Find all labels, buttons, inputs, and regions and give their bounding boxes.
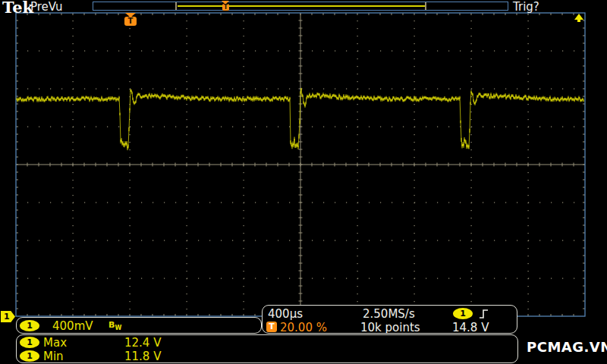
trigger-t-icon: T (266, 322, 277, 332)
channel1-badge: 1 (20, 337, 39, 348)
measurement-row-max: 1 Max 12.4 V (17, 337, 517, 349)
window-left-bracket (175, 2, 177, 10)
trigger-status-label: Trig? (513, 0, 539, 14)
oscilloscope-screen: Tek PreVu Trig? T T 1 1 400mV BW 400µs T… (0, 0, 607, 364)
acquisition-window-line (178, 5, 426, 7)
timebase-readout: 400µs (268, 307, 303, 321)
measurement-label: Min (43, 350, 64, 363)
measurement-value: 12.4 V (124, 336, 161, 350)
trigger-level-offscreen-arrow-icon (574, 14, 583, 22)
channel1-scale-readout: 400mV (52, 319, 93, 333)
trigger-source-badge: 1 (453, 308, 473, 319)
trigger-level-readout: 14.8 V (452, 321, 489, 334)
pcmag-watermark: PCMAG.VN (527, 339, 607, 355)
trigger-position-readout: 20.00 % (280, 321, 327, 334)
up-arrow-icon (574, 14, 583, 20)
horizontal-trigger-readout-box: 400µs T 20.00 % 2.50MS/s 10k points 1 14… (262, 305, 517, 334)
record-trigger-position-icon: T (222, 1, 230, 11)
tek-logo: Tek (2, 0, 33, 17)
up-arrow-stem (577, 20, 580, 22)
bandwidth-limit-icon: BW (109, 320, 121, 331)
window-right-bracket (425, 2, 426, 10)
measurement-label: Max (43, 336, 67, 350)
channel1-badge: 1 (20, 320, 39, 331)
channel1-badge: 1 (20, 350, 39, 362)
acquisition-mode-label: PreVu (30, 0, 63, 14)
measurements-box: 1 Max 12.4 V 1 Min 11.8 V (16, 334, 518, 363)
trigger-position-marker-icon: T (124, 13, 137, 26)
measurement-value: 11.8 V (124, 350, 161, 363)
sample-rate-readout: 2.50MS/s (363, 307, 415, 321)
rising-edge-slope-icon (478, 308, 490, 320)
channel1-readout-box: 1 400mV BW (16, 317, 262, 334)
measurement-row-min: 1 Min 11.8 V (17, 350, 517, 362)
record-length-readout: 10k points (360, 321, 420, 334)
